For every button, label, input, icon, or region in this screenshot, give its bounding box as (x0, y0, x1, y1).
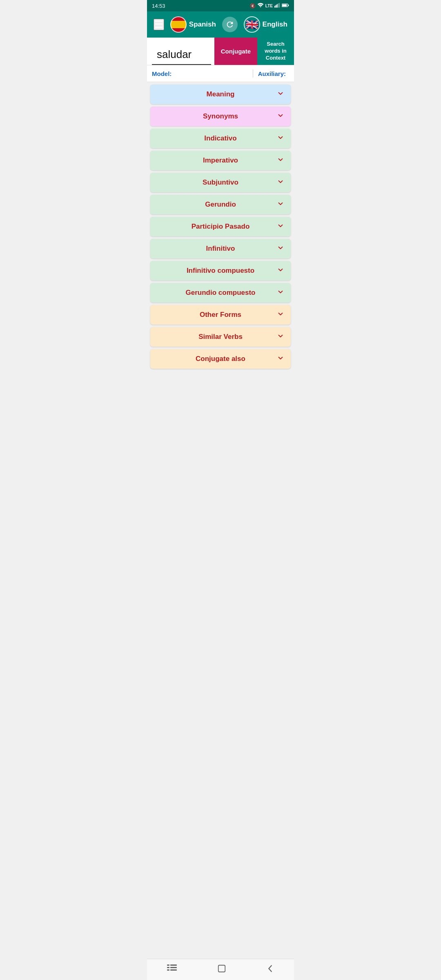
status-icons: 🔇 LTE (250, 3, 289, 9)
section-conjugate-also-chevron-icon (277, 354, 284, 364)
section-indicativo-button[interactable]: Indicativo (150, 129, 291, 148)
source-lang[interactable]: Spanish (170, 16, 216, 33)
section-gerundio-compuesto-button[interactable]: Gerundio compuesto (150, 283, 291, 303)
auxiliary-label: Auxiliary: (258, 70, 286, 77)
section-infinitivo-chevron-icon (277, 244, 284, 254)
svg-rect-4 (279, 3, 280, 7)
word-input-container (152, 41, 211, 65)
wifi-icon (257, 3, 264, 9)
section-gerundio-button[interactable]: Gerundio (150, 195, 291, 214)
row-divider (253, 69, 253, 78)
section-infinitivo-label: Infinitivo (206, 245, 235, 253)
section-gerundio-chevron-icon (277, 200, 284, 209)
mute-icon: 🔇 (250, 3, 256, 9)
target-lang-label: English (263, 20, 287, 29)
section-synonyms-chevron-icon (277, 112, 284, 121)
section-subjuntivo-label: Subjuntivo (203, 178, 238, 187)
section-imperativo-button[interactable]: Imperativo (150, 151, 291, 170)
section-gerundio-compuesto-chevron-icon (277, 288, 284, 298)
status-bar: 14:53 🔇 LTE (147, 0, 294, 11)
refresh-button[interactable] (222, 17, 238, 32)
section-other-forms-button[interactable]: Other Forms (150, 305, 291, 325)
section-infinitivo-compuesto-chevron-icon (277, 266, 284, 276)
section-subjuntivo-chevron-icon (277, 178, 284, 187)
section-other-forms-chevron-icon (277, 310, 284, 320)
section-gerundio-label: Gerundio (205, 200, 236, 209)
menu-button[interactable]: ☰ (154, 19, 164, 30)
signal-icon (274, 3, 280, 9)
section-similar-verbs-label: Similar Verbs (198, 333, 243, 341)
svg-rect-0 (274, 6, 275, 7)
status-time: 14:53 (152, 3, 165, 9)
section-indicativo-chevron-icon (277, 134, 284, 143)
action-buttons: Conjugate Search words in Context (214, 38, 294, 65)
word-input[interactable] (157, 48, 206, 61)
section-participio-pasado-label: Participio Pasado (192, 223, 250, 231)
section-meaning-chevron-icon (277, 90, 284, 99)
lte-icon: LTE (265, 4, 273, 8)
section-other-forms-label: Other Forms (200, 311, 241, 319)
model-auxiliary-row: Model: Auxiliary: (147, 65, 294, 82)
section-infinitivo-button[interactable]: Infinitivo (150, 239, 291, 258)
sections-container: MeaningSynonymsIndicativoImperativoSubju… (147, 82, 294, 371)
refresh-icon (225, 20, 234, 29)
battery-icon (282, 3, 289, 8)
section-similar-verbs-button[interactable]: Similar Verbs (150, 327, 291, 347)
spanish-flag (170, 16, 187, 33)
section-conjugate-also-label: Conjugate also (196, 355, 245, 363)
search-area: Conjugate Search words in Context (147, 38, 294, 65)
conjugate-button[interactable]: Conjugate (214, 38, 257, 65)
section-similar-verbs-chevron-icon (277, 332, 284, 342)
section-meaning-label: Meaning (207, 90, 235, 98)
svg-rect-3 (278, 3, 278, 8)
section-subjuntivo-button[interactable]: Subjuntivo (150, 173, 291, 192)
section-imperativo-label: Imperativo (203, 156, 238, 165)
section-gerundio-compuesto-label: Gerundio compuesto (186, 289, 256, 297)
section-synonyms-button[interactable]: Synonyms (150, 107, 291, 126)
section-participio-pasado-button[interactable]: Participio Pasado (150, 217, 291, 236)
header: ☰ Spanish 🇬🇧 English (147, 11, 294, 38)
model-label: Model: (152, 70, 172, 77)
svg-rect-6 (288, 4, 289, 6)
section-conjugate-also-button[interactable]: Conjugate also (150, 349, 291, 369)
section-indicativo-label: Indicativo (204, 134, 236, 143)
section-imperativo-chevron-icon (277, 156, 284, 165)
section-synonyms-label: Synonyms (203, 112, 238, 120)
svg-rect-2 (277, 4, 278, 7)
section-participio-pasado-chevron-icon (277, 222, 284, 232)
svg-rect-7 (282, 4, 287, 6)
section-meaning-button[interactable]: Meaning (150, 85, 291, 104)
source-lang-label: Spanish (189, 20, 216, 29)
section-infinitivo-compuesto-label: Infinitivo compuesto (187, 267, 254, 275)
target-lang[interactable]: 🇬🇧 English (244, 16, 287, 33)
uk-flag: 🇬🇧 (244, 16, 260, 33)
svg-rect-1 (276, 5, 276, 7)
context-search-button[interactable]: Search words in Context (257, 38, 294, 65)
hamburger-icon: ☰ (154, 19, 163, 30)
section-infinitivo-compuesto-button[interactable]: Infinitivo compuesto (150, 261, 291, 281)
